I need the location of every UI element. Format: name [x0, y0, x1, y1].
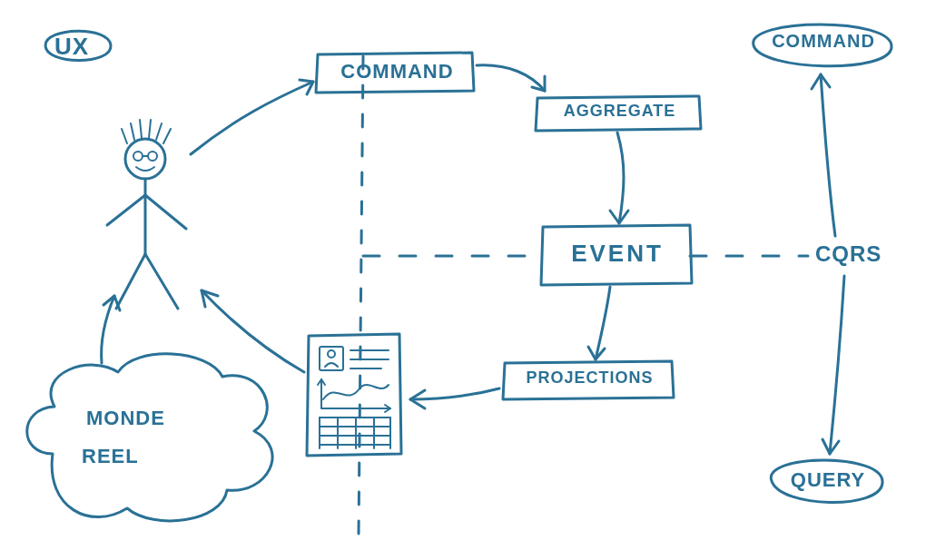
- right-query-label: QUERY: [783, 468, 873, 492]
- svg-point-1: [133, 152, 143, 161]
- real-world-cloud: [27, 354, 272, 521]
- diagram-stage: { "badge": { "ux": "UX" }, "nodes": { "c…: [0, 0, 926, 560]
- arrow-aggregate-to-event: [617, 133, 624, 223]
- arrow-report-to-user: [202, 290, 304, 372]
- svg-point-2: [148, 152, 157, 161]
- cloud-line1: MONDE: [86, 407, 165, 430]
- right-command-label: COMMAND: [764, 31, 882, 52]
- arrow-event-to-projections: [596, 287, 610, 359]
- arrow-user-to-command: [191, 82, 313, 154]
- projections-label: PROJECTIONS: [510, 368, 669, 388]
- cloud-line2: REEL: [82, 445, 139, 468]
- vertical-divider: [359, 56, 363, 535]
- event-label: EVENT: [549, 240, 685, 268]
- aggregate-label: AGGREGATE: [545, 102, 694, 121]
- ux-badge: UX: [54, 33, 89, 61]
- cqrs-label: CQRS: [815, 241, 882, 267]
- command-label: COMMAND: [327, 60, 468, 84]
- arrow-cqrs-to-query: [830, 276, 844, 454]
- user-icon: [107, 120, 186, 309]
- arrow-cqrs-to-command: [821, 74, 835, 236]
- svg-point-0: [125, 139, 165, 179]
- report-icon: [307, 334, 401, 456]
- svg-point-4: [328, 350, 335, 358]
